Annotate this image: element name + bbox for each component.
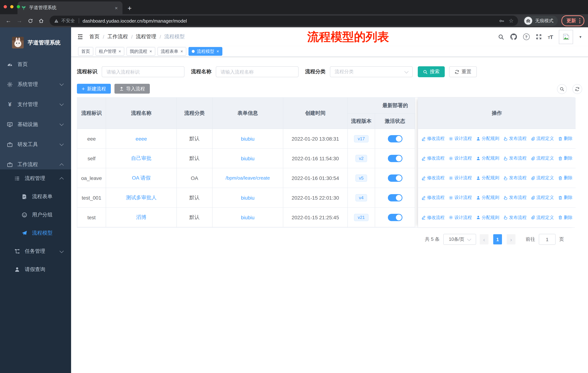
close-window-button[interactable] <box>4 5 7 8</box>
user-avatar[interactable] <box>559 30 573 44</box>
address-bar[interactable]: 不安全 dashboard.yudao.iocoder.cn/bpm/manag… <box>50 16 518 26</box>
tag-home[interactable]: 首页 <box>78 47 93 56</box>
sidebar-item-process-model[interactable]: 流程模型 <box>0 224 71 242</box>
action-definition-link[interactable]: 流程定义 <box>531 155 554 161</box>
action-delete-link[interactable]: 删除 <box>558 155 573 161</box>
goto-page-input[interactable] <box>539 234 556 245</box>
action-definition-link[interactable]: 流程定义 <box>531 175 554 181</box>
cell-name-link[interactable]: 自己审批 <box>106 149 177 168</box>
sidebar-item-task-management[interactable]: 任务管理 <box>0 242 71 261</box>
import-process-button[interactable]: 导入流程 <box>115 84 150 94</box>
action-publish-link[interactable]: 发布流程 <box>503 175 526 181</box>
tag-close-icon[interactable]: × <box>149 49 152 54</box>
action-edit-link[interactable]: 修改流程 <box>421 214 445 221</box>
action-assign-rule-link[interactable]: 分配规则 <box>476 135 499 142</box>
breadcrumb-process-management[interactable]: 流程管理 <box>136 33 156 40</box>
back-button[interactable]: ← <box>4 16 13 26</box>
tag-close-icon[interactable]: × <box>217 49 219 54</box>
sidebar-item-home[interactable]: 首页 <box>0 54 71 74</box>
tag-tenant[interactable]: 租户管理× <box>95 47 124 56</box>
breadcrumb-home[interactable]: 首页 <box>89 33 100 40</box>
action-design-link[interactable]: 设计流程 <box>449 194 472 201</box>
github-icon[interactable] <box>510 33 517 40</box>
action-assign-rule-link[interactable]: 分配规则 <box>476 214 499 221</box>
action-edit-link[interactable]: 修改流程 <box>421 175 445 181</box>
action-design-link[interactable]: 设计流程 <box>449 155 472 161</box>
next-page-button[interactable]: › <box>507 234 515 244</box>
process-name-input[interactable] <box>216 66 299 77</box>
breadcrumb-workflow[interactable]: 工作流程 <box>107 33 128 40</box>
page-1-button[interactable]: 1 <box>493 234 502 244</box>
sidebar-item-process-form[interactable]: 流程表单 <box>0 188 71 206</box>
browser-menu-icon[interactable] <box>579 18 580 23</box>
page-size-select[interactable]: 10条/页 <box>443 234 476 245</box>
action-publish-link[interactable]: 发布流程 <box>503 194 526 201</box>
maximize-window-button[interactable] <box>17 5 20 8</box>
bookmark-star-icon[interactable]: ☆ <box>509 18 514 24</box>
sidebar-item-payment[interactable]: ¥ 支付管理 <box>0 94 71 114</box>
create-process-button[interactable]: + 新建流程 <box>77 84 111 94</box>
active-toggle[interactable] <box>388 214 402 221</box>
browser-update-button[interactable]: 更新 <box>561 15 584 26</box>
tag-process-model-active[interactable]: 流程模型× <box>189 47 222 56</box>
action-design-link[interactable]: 设计流程 <box>449 214 472 221</box>
action-publish-link[interactable]: 发布流程 <box>503 214 526 221</box>
action-publish-link[interactable]: 发布流程 <box>503 155 526 161</box>
prev-page-button[interactable]: ‹ <box>480 234 488 244</box>
password-key-icon[interactable] <box>499 18 504 23</box>
avatar-caret-down-icon[interactable]: ▾ <box>579 34 581 39</box>
show-search-toggle-button[interactable] <box>557 84 567 94</box>
action-edit-link[interactable]: 修改流程 <box>421 194 445 201</box>
action-assign-rule-link[interactable]: 分配规则 <box>476 194 499 201</box>
action-definition-link[interactable]: 流程定义 <box>531 194 554 201</box>
minimize-window-button[interactable] <box>10 5 13 8</box>
forward-button[interactable]: → <box>15 16 24 26</box>
new-tab-button[interactable]: + <box>128 5 132 12</box>
cell-name-link[interactable]: eeee <box>106 129 177 149</box>
tag-process-form[interactable]: 流程表单× <box>158 47 186 56</box>
action-definition-link[interactable]: 流程定义 <box>531 135 554 142</box>
tag-close-icon[interactable]: × <box>118 49 121 54</box>
header-search-icon[interactable] <box>498 34 504 40</box>
cell-form-link[interactable]: biubiu <box>212 129 283 149</box>
cell-form-link[interactable]: biubiu <box>212 188 283 208</box>
active-toggle[interactable] <box>388 174 402 181</box>
cell-name-link[interactable]: 测试多审批人 <box>106 188 177 208</box>
action-assign-rule-link[interactable]: 分配规则 <box>476 175 499 181</box>
sidebar-item-system[interactable]: 系统管理 <box>0 74 71 94</box>
sidebar-item-leave-query[interactable]: 请假查询 <box>0 261 71 279</box>
action-definition-link[interactable]: 流程定义 <box>531 214 554 221</box>
cell-name-link[interactable]: 滔博 <box>106 208 177 227</box>
active-toggle[interactable] <box>388 135 402 142</box>
tab-close-icon[interactable]: × <box>114 5 119 11</box>
process-key-input[interactable] <box>102 66 184 77</box>
fullscreen-icon[interactable] <box>536 34 542 40</box>
active-toggle[interactable] <box>388 194 402 201</box>
action-design-link[interactable]: 设计流程 <box>449 135 472 142</box>
sidebar-item-devtools[interactable]: 研发工具 <box>0 134 71 154</box>
process-category-select[interactable]: 流程分类 <box>330 66 413 77</box>
action-delete-link[interactable]: 删除 <box>558 175 573 181</box>
action-delete-link[interactable]: 删除 <box>558 214 573 221</box>
sidebar-item-user-group[interactable]: 用户分组 <box>0 206 71 224</box>
action-assign-rule-link[interactable]: 分配规则 <box>476 155 499 161</box>
help-icon[interactable]: ? <box>523 33 529 40</box>
browser-tab[interactable]: 芋道管理系统 × <box>18 1 123 14</box>
reload-button[interactable] <box>26 16 35 26</box>
sidebar-item-workflow[interactable]: 工作流程 <box>0 154 71 174</box>
active-toggle[interactable] <box>388 155 402 162</box>
action-delete-link[interactable]: 删除 <box>558 135 573 142</box>
tag-close-icon[interactable]: × <box>180 49 183 54</box>
cell-form-link[interactable]: biubiu <box>212 208 283 227</box>
cell-form-link[interactable]: biubiu <box>212 149 283 168</box>
tag-my-process[interactable]: 我的流程× <box>126 47 155 56</box>
action-publish-link[interactable]: 发布流程 <box>503 135 526 142</box>
refresh-table-button[interactable] <box>572 84 582 94</box>
font-size-icon[interactable]: TT <box>548 34 553 40</box>
action-delete-link[interactable]: 删除 <box>558 194 573 201</box>
action-edit-link[interactable]: 修改流程 <box>421 155 445 161</box>
sidebar-item-infrastructure[interactable]: 基础设施 <box>0 114 71 134</box>
action-design-link[interactable]: 设计流程 <box>449 175 472 181</box>
action-edit-link[interactable]: 修改流程 <box>421 135 445 142</box>
search-button[interactable]: 搜索 <box>418 66 445 77</box>
